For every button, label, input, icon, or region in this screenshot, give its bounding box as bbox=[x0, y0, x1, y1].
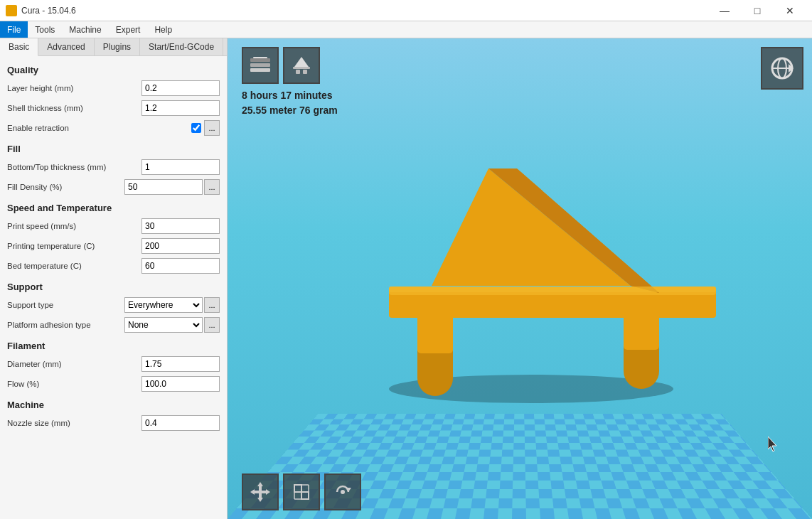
flow-row: Flow (%) bbox=[7, 375, 220, 392]
fill-density-input[interactable] bbox=[124, 179, 203, 195]
tab-basic[interactable]: Basic bbox=[0, 38, 38, 56]
svg-marker-23 bbox=[257, 482, 263, 486]
rotate-model-icon bbox=[330, 479, 356, 505]
titlebar-left: Cura - 15.04.6 bbox=[6, 5, 76, 16]
enable-retraction-checkbox[interactable] bbox=[191, 123, 201, 133]
svg-rect-22 bbox=[389, 287, 716, 292]
svg-marker-25 bbox=[250, 489, 255, 495]
nozzle-size-label: Nozzle size (mm) bbox=[7, 419, 141, 427]
print-speed-label: Print speed (mm/s) bbox=[7, 222, 141, 230]
close-button[interactable]: ✕ bbox=[774, 0, 806, 21]
support-type-row: Support type None Touching buildplate Ev… bbox=[7, 296, 220, 314]
fill-header: Fill bbox=[7, 144, 220, 154]
retraction-controls: ... bbox=[191, 120, 220, 136]
viewport-toolbar-bottom bbox=[242, 473, 361, 510]
svg-rect-29 bbox=[294, 485, 301, 492]
tab-advanced[interactable]: Advanced bbox=[38, 38, 94, 55]
flow-input[interactable] bbox=[141, 376, 220, 392]
scale-icon bbox=[289, 479, 314, 505]
svg-rect-3 bbox=[253, 57, 267, 58]
platform-adhesion-select[interactable]: None Brim Raft bbox=[124, 317, 203, 333]
move-icon bbox=[247, 479, 273, 505]
bottom-top-thickness-label: Bottom/Top thickness (mm) bbox=[7, 163, 141, 171]
fill-density-controls: ... bbox=[124, 179, 220, 195]
minimize-button[interactable]: — bbox=[708, 0, 741, 21]
platform-adhesion-options-button[interactable]: ... bbox=[204, 317, 220, 333]
layer-view-button[interactable] bbox=[242, 47, 279, 84]
layer-height-row: Layer height (mm) bbox=[7, 80, 220, 97]
print-temp-input[interactable] bbox=[141, 238, 220, 254]
flow-label: Flow (%) bbox=[7, 380, 141, 388]
rotate-button[interactable] bbox=[324, 473, 361, 510]
svg-rect-30 bbox=[301, 492, 309, 499]
support-type-label: Support type bbox=[7, 301, 124, 309]
shell-thickness-input[interactable] bbox=[141, 100, 220, 116]
shell-thickness-label: Shell thickness (mm) bbox=[7, 104, 141, 112]
3d-model-container bbox=[360, 147, 759, 405]
fill-density-options-button[interactable]: ... bbox=[204, 179, 220, 195]
svg-rect-28 bbox=[255, 491, 266, 493]
object-icon bbox=[289, 53, 314, 78]
bottom-top-thickness-input[interactable] bbox=[141, 159, 220, 175]
tab-start-end-gcode[interactable]: Start/End-GCode bbox=[140, 38, 223, 55]
nozzle-size-input[interactable] bbox=[141, 415, 220, 431]
viewport-toolbar-top bbox=[242, 47, 320, 84]
support-type-controls: None Touching buildplate Everywhere ... bbox=[124, 297, 220, 313]
bed-temp-row: Bed temperature (C) bbox=[7, 257, 220, 274]
support-header: Support bbox=[7, 282, 220, 292]
object-view-button[interactable] bbox=[283, 47, 320, 84]
bottom-top-thickness-row: Bottom/Top thickness (mm) bbox=[7, 159, 220, 176]
main-layout: Basic Advanced Plugins Start/End-GCode Q… bbox=[0, 38, 812, 519]
app-icon bbox=[6, 5, 17, 16]
diameter-row: Diameter (mm) bbox=[7, 355, 220, 373]
left-panel: Basic Advanced Plugins Start/End-GCode Q… bbox=[0, 38, 228, 519]
platform-adhesion-label: Platform adhesion type bbox=[7, 321, 124, 329]
layer-icon bbox=[247, 53, 273, 78]
print-temp-label: Printing temperature (C) bbox=[7, 242, 141, 250]
svg-marker-24 bbox=[257, 498, 263, 502]
diameter-label: Diameter (mm) bbox=[7, 360, 141, 368]
menu-file[interactable]: File bbox=[0, 21, 28, 38]
speed-header: Speed and Temperature bbox=[7, 203, 220, 213]
rotate-icon bbox=[767, 53, 797, 83]
tab-plugins[interactable]: Plugins bbox=[95, 38, 140, 55]
layer-height-input[interactable] bbox=[141, 80, 220, 96]
viewport[interactable]: 8 hours 17 minutes 25.55 meter 76 gram bbox=[228, 38, 812, 519]
platform-adhesion-row: Platform adhesion type None Brim Raft ..… bbox=[7, 316, 220, 333]
layer-height-label: Layer height (mm) bbox=[7, 84, 141, 92]
titlebar: Cura - 15.04.6 — □ ✕ bbox=[0, 0, 812, 21]
nozzle-size-row: Nozzle size (mm) bbox=[7, 414, 220, 432]
support-type-options-button[interactable]: ... bbox=[204, 297, 220, 313]
svg-rect-6 bbox=[303, 70, 307, 74]
move-button[interactable] bbox=[242, 473, 279, 510]
svg-rect-5 bbox=[296, 70, 300, 74]
3d-model bbox=[360, 147, 759, 403]
svg-rect-4 bbox=[293, 67, 310, 69]
menu-tools[interactable]: Tools bbox=[28, 21, 62, 38]
quality-header: Quality bbox=[7, 65, 220, 75]
print-speed-input[interactable] bbox=[141, 218, 220, 234]
fill-density-row: Fill Density (%) ... bbox=[7, 178, 220, 196]
scale-button[interactable] bbox=[283, 473, 320, 510]
settings-panel: Quality Layer height (mm) Shell thicknes… bbox=[0, 56, 227, 519]
bed-temp-input[interactable] bbox=[141, 258, 220, 274]
retraction-options-button[interactable]: ... bbox=[204, 120, 220, 136]
window-title: Cura - 15.04.6 bbox=[21, 6, 76, 16]
bed-temp-label: Bed temperature (C) bbox=[7, 262, 141, 270]
diameter-input[interactable] bbox=[141, 356, 220, 372]
support-type-select[interactable]: None Touching buildplate Everywhere bbox=[124, 297, 203, 313]
maximize-button[interactable]: □ bbox=[741, 0, 774, 21]
tab-bar: Basic Advanced Plugins Start/End-GCode bbox=[0, 38, 227, 56]
menu-machine[interactable]: Machine bbox=[62, 21, 108, 38]
svg-rect-2 bbox=[250, 58, 270, 62]
menubar: File Tools Machine Expert Help bbox=[0, 21, 812, 38]
platform-adhesion-controls: None Brim Raft ... bbox=[124, 317, 220, 333]
menu-help[interactable]: Help bbox=[147, 21, 179, 38]
svg-rect-1 bbox=[250, 63, 270, 67]
material-info: 25.55 meter 76 gram bbox=[242, 103, 338, 118]
window-controls: — □ ✕ bbox=[708, 0, 806, 21]
print-info: 8 hours 17 minutes 25.55 meter 76 gram bbox=[242, 88, 338, 118]
menu-expert[interactable]: Expert bbox=[109, 21, 148, 38]
rotate-view-button[interactable] bbox=[761, 47, 803, 90]
svg-marker-7 bbox=[294, 57, 309, 67]
